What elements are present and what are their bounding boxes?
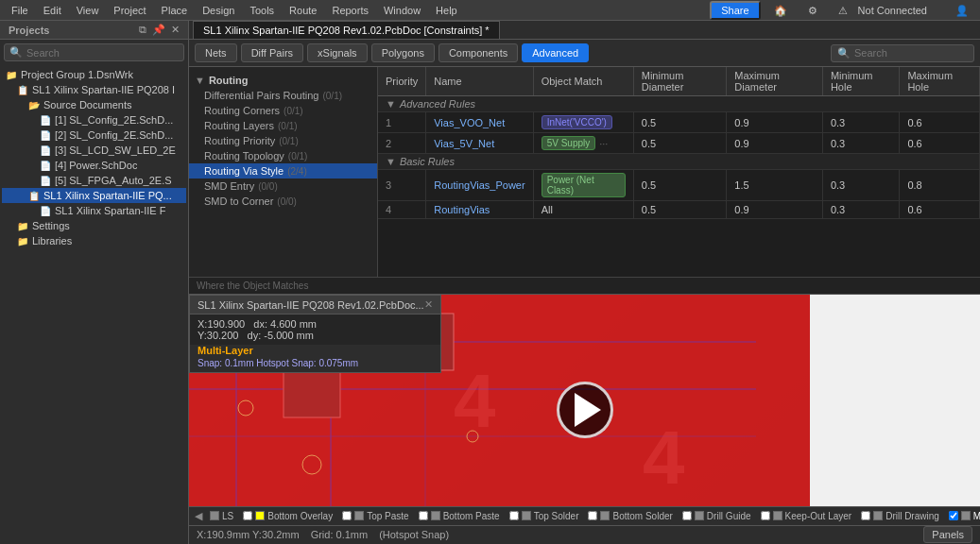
active-document-tab[interactable]: SL1 Xilinx Spartan-IIE PQ208 Rev1.02.Pcb…: [193, 21, 500, 39]
status-grid: Grid: 0.1mm: [311, 529, 369, 540]
tree-icon: 📂: [28, 100, 40, 110]
table-search-area[interactable]: 🔍: [831, 44, 974, 62]
object-match-container: All: [542, 204, 626, 215]
pcb-view-section: SL1 Xilinx Spartan-IIE PQ208 Rev1.02.Pcb…: [189, 295, 980, 524]
filter-tab-advanced[interactable]: Advanced: [522, 43, 589, 62]
tree-item[interactable]: 📋SL1 Xilinx Spartan-IIE PQ208 I: [2, 82, 186, 97]
menu-file[interactable]: File: [4, 0, 36, 21]
section-header-cell: ▼Advanced Rules: [378, 96, 980, 112]
filter-tab-polygons[interactable]: Polygons: [371, 43, 435, 62]
table-search-input[interactable]: [854, 47, 968, 59]
menu-reports[interactable]: Reports: [324, 0, 376, 21]
rule-name-link[interactable]: RoutingVias_Power: [434, 179, 524, 191]
menu-edit[interactable]: Edit: [36, 0, 69, 21]
filter-tab-components[interactable]: Components: [438, 43, 518, 62]
home-icon[interactable]: 🏠: [766, 0, 795, 21]
object-match-cell: All: [533, 201, 633, 219]
panel-float-icon[interactable]: ⧉: [136, 24, 149, 36]
table-row[interactable]: 4 RoutingVias All 0.5 0.9 0.3 0.6: [378, 201, 980, 219]
object-match-cell: InNet('VCCO'): [533, 112, 633, 133]
routing-tree-item[interactable]: Routing Via Style (2/4): [189, 163, 377, 178]
status-coords: X:190.9mm Y:30.2mm: [197, 529, 300, 540]
tree-item[interactable]: 📄[4] Power.SchDoc: [2, 158, 186, 173]
filter-tab-nets[interactable]: Nets: [195, 43, 237, 62]
tree-label: SL1 Xilinx Spartan-IIE PQ...: [43, 190, 172, 201]
routing-item-label: Routing Corners: [204, 105, 280, 116]
object-match-cell: Power (Net Class): [533, 170, 633, 201]
name-cell[interactable]: RoutingVias_Power: [426, 170, 533, 201]
min-hole-cell: 0.3: [822, 133, 900, 154]
menu-place[interactable]: Place: [154, 0, 196, 21]
object-match-container: InNet('VCCO'): [542, 115, 626, 129]
panel-header: Projects ⧉ 📌 ✕: [0, 21, 188, 40]
routing-tree-item[interactable]: Routing Topology (0/1): [189, 148, 377, 163]
min-diameter-cell: 0.5: [633, 201, 727, 219]
min-hole-cell: 0.3: [822, 112, 900, 133]
content-area: NetsDiff PairsxSignalsPolygonsComponents…: [189, 40, 980, 524]
routing-tree-item[interactable]: Differential Pairs Routing (0/1): [189, 88, 377, 103]
rule-name-link[interactable]: RoutingVias: [434, 204, 490, 215]
col-min-hole: Minimum Hole: [822, 67, 900, 96]
name-cell[interactable]: RoutingVias: [426, 201, 533, 219]
routing-item-count: (0/1): [278, 121, 298, 131]
routing-tree-header[interactable]: ▼Routing: [189, 71, 377, 88]
play-button[interactable]: [557, 382, 613, 438]
table-row[interactable]: 1 Vias_VOO_Net InNet('VCCO') 0.5 0.9 0.3…: [378, 112, 980, 133]
panel-pin-icon[interactable]: 📌: [149, 24, 168, 36]
menu-project[interactable]: Project: [106, 0, 153, 21]
rule-name-link[interactable]: Vias_VOO_Net: [434, 117, 505, 128]
menu-view[interactable]: View: [69, 0, 107, 21]
menu-tools[interactable]: Tools: [242, 0, 282, 21]
table-section-header: ▼Advanced Rules: [378, 96, 980, 112]
share-button[interactable]: Share: [710, 1, 760, 20]
connection-status: ⚠ Not Connected: [831, 0, 942, 21]
name-cell[interactable]: Vias_VOO_Net: [426, 112, 533, 133]
tree-label: [1] SL_Config_2E.SchD...: [55, 114, 173, 126]
tree-icon: 📋: [17, 85, 28, 95]
col-min-diameter: Minimum Diameter: [633, 67, 727, 96]
tree-icon: 📋: [28, 191, 40, 201]
tree-item[interactable]: 📁Settings: [2, 218, 186, 233]
project-tree: 📁Project Group 1.DsnWrk📋SL1 Xilinx Spart…: [0, 65, 188, 544]
max-hole-cell: 0.6: [900, 112, 980, 133]
tree-item[interactable]: 📁Libraries: [2, 233, 186, 248]
tree-label: [2] SL_Config_2E.SchD...: [55, 129, 173, 141]
play-icon: [575, 393, 601, 427]
panel-close-icon[interactable]: ✕: [168, 24, 182, 36]
left-search-input[interactable]: [26, 47, 179, 59]
routing-tree-item[interactable]: Routing Priority (0/1): [189, 133, 377, 148]
panels-button[interactable]: Panels: [923, 526, 972, 543]
tree-item[interactable]: 📄[5] SL_FPGA_Auto_2E.S: [2, 173, 186, 188]
tree-item[interactable]: 📄[3] SL_LCD_SW_LED_2E: [2, 143, 186, 158]
routing-tree-item[interactable]: Routing Corners (0/1): [189, 103, 377, 118]
filter-tab-diff-pairs[interactable]: Diff Pairs: [241, 43, 303, 62]
routing-tree-item[interactable]: Routing Layers (0/1): [189, 118, 377, 133]
user-icon[interactable]: 👤: [948, 0, 976, 21]
settings-icon[interactable]: ⚙: [800, 0, 825, 21]
tree-item[interactable]: 📄SL1 Xilinx Spartan-IIE F: [2, 203, 186, 218]
menu-route[interactable]: Route: [282, 0, 324, 21]
table-row[interactable]: 3 RoutingVias_Power Power (Net Class) 0.…: [378, 170, 980, 201]
priority-cell: 4: [378, 201, 426, 219]
tree-item[interactable]: 📋SL1 Xilinx Spartan-IIE PQ...: [2, 188, 186, 203]
filter-tab-xsignals[interactable]: xSignals: [307, 43, 368, 62]
table-row[interactable]: 2 Vias_5V_Net 5V Supply ··· 0.5 0.9 0.3 …: [378, 133, 980, 154]
menu-design[interactable]: Design: [195, 0, 242, 21]
rule-name-link[interactable]: Vias_5V_Net: [434, 138, 494, 149]
tree-item[interactable]: 📄[2] SL_Config_2E.SchD...: [2, 128, 186, 143]
name-cell[interactable]: Vias_5V_Net: [426, 133, 533, 154]
menu-window[interactable]: Window: [376, 0, 428, 21]
routing-item-label: SMD to Corner: [204, 196, 273, 207]
routing-tree-item[interactable]: SMD to Corner (0/0): [189, 194, 377, 209]
col-max-diameter: Maximum Diameter: [727, 67, 823, 96]
more-dots[interactable]: ···: [599, 138, 608, 149]
tree-item[interactable]: 📂Source Documents: [2, 97, 186, 112]
document-tab-bar: SL1 Xilinx Spartan-IIE PQ208 Rev1.02.Pcb…: [189, 21, 980, 40]
routing-tree-item[interactable]: SMD Entry (0/0): [189, 178, 377, 194]
left-search-box[interactable]: 🔍: [4, 43, 184, 61]
menu-help[interactable]: Help: [428, 0, 465, 21]
min-diameter-cell: 0.5: [633, 112, 727, 133]
tree-item[interactable]: 📁Project Group 1.DsnWrk: [2, 67, 186, 82]
routing-item-label: Differential Pairs Routing: [204, 90, 318, 101]
tree-item[interactable]: 📄[1] SL_Config_2E.SchD...: [2, 112, 186, 128]
